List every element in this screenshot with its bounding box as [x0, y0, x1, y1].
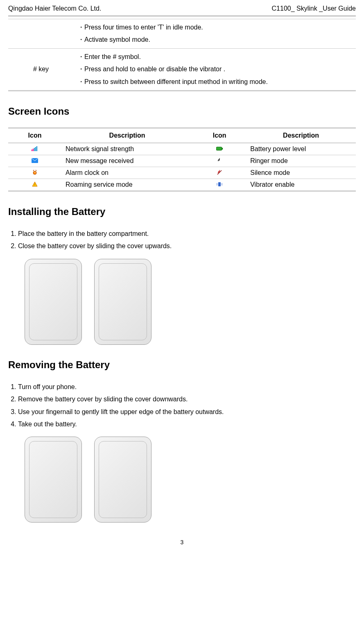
svg-rect-11: [218, 182, 221, 186]
svg-rect-5: [216, 147, 222, 150]
alarm-icon: [8, 167, 61, 179]
svg-rect-2: [34, 148, 35, 151]
svg-rect-3: [35, 147, 36, 151]
phone-back-open-illustration: [25, 259, 82, 345]
remove-step: Take out the battery.: [18, 418, 356, 430]
remove-step: Remove the battery cover by sliding the …: [18, 393, 356, 405]
section-removing-battery: Removing the Battery: [8, 359, 356, 371]
desc-header: Description: [61, 128, 193, 143]
removing-steps: Turn off your phone. Remove the battery …: [8, 381, 356, 431]
silence-icon: [193, 167, 246, 179]
header-right: C1100_ Skylink _User Guide: [272, 5, 356, 12]
remove-images: [8, 437, 356, 523]
remove-step: Use your fingernail to gently lift the u…: [18, 406, 356, 418]
signal-icon: [8, 143, 61, 155]
svg-text:!: !: [34, 183, 35, 186]
battery-icon: [193, 143, 246, 155]
install-step: Place the battery in the battery compart…: [18, 228, 356, 240]
icon-desc: Alarm clock on: [61, 167, 193, 179]
icon-row: New message received Ringer mode: [8, 155, 356, 167]
phone-back-open-illustration: [25, 437, 82, 523]
icon-row: ! Roaming service mode Vibrator enable: [8, 179, 356, 191]
icon-header: Icon: [193, 128, 246, 143]
key-desc-line: ・Press and hold to enable or disable the…: [78, 63, 352, 75]
key-desc-line: ・Activate symbol mode.: [78, 34, 352, 46]
svg-rect-1: [33, 149, 34, 151]
icon-desc: Battery power level: [246, 143, 356, 155]
ringer-icon: [193, 155, 246, 167]
key-row-hash: # key ・Enter the # symbol. ・Press and ho…: [8, 48, 356, 91]
key-desc-cell: ・Press four times to enter 'T' in idle m…: [74, 19, 356, 49]
icon-desc: Roaming service mode: [61, 179, 193, 191]
key-cell: [8, 19, 74, 49]
installing-steps: Place the battery in the battery compart…: [8, 228, 356, 253]
icon-row: Alarm clock on Silence mode: [8, 167, 356, 179]
icon-header: Icon: [8, 128, 61, 143]
page-number: 3: [8, 539, 356, 545]
desc-header: Description: [246, 128, 356, 143]
roaming-icon: !: [8, 179, 61, 191]
icon-desc: Ringer mode: [246, 155, 356, 167]
section-screen-icons: Screen Icons: [8, 106, 356, 117]
icon-desc: New message received: [61, 155, 193, 167]
key-desc-line: ・Press four times to enter 'T' in idle m…: [78, 21, 352, 34]
icon-desc: Vibrator enable: [246, 179, 356, 191]
section-installing-battery: Installing the Battery: [8, 206, 356, 217]
install-images: [8, 259, 356, 345]
page-header: Qingdao Haier Telecom Co. Ltd. C1100_ Sk…: [8, 4, 356, 16]
icon-row: Network signal strength Battery power le…: [8, 143, 356, 155]
phone-back-closed-illustration: [94, 259, 151, 345]
key-cell: # key: [8, 48, 74, 91]
screen-icons-table: Icon Description Icon Description Networ…: [8, 127, 356, 192]
icon-desc: Silence mode: [246, 167, 356, 179]
svg-rect-6: [222, 148, 223, 149]
remove-step: Turn off your phone.: [18, 381, 356, 393]
svg-rect-4: [36, 146, 37, 151]
key-desc-line: ・Enter the # symbol.: [78, 51, 352, 63]
key-desc-cell: ・Enter the # symbol. ・Press and hold to …: [74, 48, 356, 91]
phone-back-cover-slide-illustration: [94, 437, 151, 523]
icon-desc: Network signal strength: [61, 143, 193, 155]
svg-rect-0: [32, 149, 32, 151]
key-desc-line: ・Press to switch between different input…: [78, 76, 352, 88]
header-left: Qingdao Haier Telecom Co. Ltd.: [8, 5, 101, 12]
key-row-star: ・Press four times to enter 'T' in idle m…: [8, 19, 356, 49]
key-functions-table: ・Press four times to enter 'T' in idle m…: [8, 19, 356, 91]
message-icon: [8, 155, 61, 167]
install-step: Close the battery cover by sliding the c…: [18, 240, 356, 252]
vibrator-icon: [193, 179, 246, 191]
